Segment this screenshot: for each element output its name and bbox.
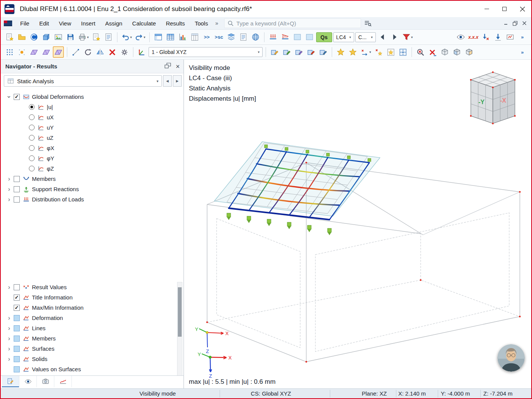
- keyword-search[interactable]: [224, 18, 361, 28]
- object-settings-button[interactable]: [119, 46, 130, 58]
- result-values-button[interactable]: x.x.x: [467, 32, 479, 43]
- renumber-object-button[interactable]: [318, 46, 329, 58]
- tree-item-title-information[interactable]: ✓Title Information: [1, 292, 176, 302]
- new-model-button[interactable]: [4, 32, 15, 43]
- show-results-button[interactable]: [455, 32, 466, 43]
- min-max-values-button[interactable]: [480, 32, 491, 43]
- close-panel-icon[interactable]: ×: [176, 63, 180, 70]
- menu-tools[interactable]: Tools: [190, 17, 213, 30]
- checkbox[interactable]: [14, 356, 20, 362]
- tree-item-solids-display[interactable]: ›Solids: [1, 354, 176, 364]
- values-on-surfaces-toggle-button[interactable]: [505, 32, 516, 43]
- model-viewport-canvas[interactable]: X Y Z X Y Z: [184, 60, 531, 388]
- tree-item-phi-y[interactable]: φY: [1, 153, 176, 163]
- adapt-object-button[interactable]: [306, 46, 317, 58]
- next-result-button[interactable]: ►: [173, 75, 182, 87]
- menu-file[interactable]: File: [15, 17, 34, 30]
- snap-delta-button[interactable]: [373, 46, 384, 58]
- menu-results[interactable]: Results: [161, 17, 190, 30]
- tree-item-u-abs[interactable]: |u|: [1, 102, 176, 112]
- open-model-button[interactable]: [16, 32, 27, 43]
- tree-item-members-display[interactable]: ›Members: [1, 333, 176, 344]
- edit-object-button[interactable]: [269, 46, 280, 58]
- work-plane-yz-button[interactable]: [41, 46, 52, 58]
- expander-icon[interactable]: ›: [5, 186, 14, 193]
- table-view-button[interactable]: [165, 32, 176, 43]
- view-plane-button[interactable]: [451, 46, 462, 58]
- user-avatar[interactable]: [497, 344, 525, 372]
- redo-button[interactable]: ▾: [134, 32, 146, 43]
- sc-export-button[interactable]: >sc: [214, 32, 225, 43]
- zoom-off-button[interactable]: [415, 46, 426, 58]
- radio-button[interactable]: [29, 104, 35, 110]
- tab-results-navigator[interactable]: [2, 376, 19, 387]
- menu-insert[interactable]: Insert: [76, 17, 100, 30]
- load-case-button[interactable]: LC4▾: [333, 32, 354, 42]
- rotate-view-button[interactable]: [82, 46, 93, 58]
- checkbox[interactable]: ✓: [14, 305, 20, 311]
- tree-item-members[interactable]: ›Members: [1, 174, 176, 184]
- snap-points-button[interactable]: [335, 46, 346, 58]
- radio-button[interactable]: [29, 114, 35, 120]
- checkbox[interactable]: ✓: [14, 94, 20, 100]
- new-object-button[interactable]: [91, 32, 102, 43]
- data-tables-button[interactable]: [189, 32, 200, 43]
- status-mode[interactable]: Visibility mode: [139, 390, 176, 397]
- checkbox[interactable]: [14, 284, 20, 290]
- tree-item-u-x[interactable]: uX: [1, 112, 176, 122]
- checkbox[interactable]: [14, 186, 20, 192]
- quick-solve-button[interactable]: Qs: [316, 32, 332, 42]
- rotate-object-button[interactable]: [293, 46, 304, 58]
- minimize-button[interactable]: [478, 1, 496, 17]
- delete-object-button[interactable]: [107, 46, 118, 58]
- grid-settings-button[interactable]: [16, 46, 27, 58]
- expander-icon[interactable]: ›: [5, 335, 14, 342]
- expander-icon[interactable]: ›: [5, 356, 14, 363]
- expander-icon[interactable]: ›: [5, 325, 14, 332]
- result-diagrams-button[interactable]: [177, 32, 188, 43]
- search-input[interactable]: [236, 20, 358, 27]
- guideline-delta-button[interactable]: ▾: [359, 46, 372, 58]
- mirror-object-button[interactable]: [95, 46, 106, 58]
- work-plane-xz-button[interactable]: [53, 46, 64, 58]
- object-snap-button[interactable]: [385, 46, 396, 58]
- mdi-close-icon[interactable]: [522, 21, 527, 25]
- radio-button[interactable]: [29, 155, 35, 161]
- radio-button[interactable]: [29, 125, 35, 130]
- search-options-icon[interactable]: [364, 20, 372, 27]
- print-button[interactable]: ▾: [77, 32, 90, 43]
- tree-item-support-reactions[interactable]: ›Support Reactions: [1, 184, 176, 194]
- expander-icon[interactable]: ›: [5, 284, 14, 291]
- filter-results-button[interactable]: ▾: [401, 32, 414, 43]
- tree-item-values-on-surfaces[interactable]: Values on Surfaces: [1, 364, 176, 374]
- radio-button[interactable]: [29, 145, 35, 151]
- close-button[interactable]: [513, 1, 531, 17]
- coordinate-system-select-button[interactable]: 1 - Global XYZ▾: [149, 47, 263, 57]
- tree-item-maxmin-information[interactable]: ✓Max/Min Information: [1, 302, 176, 313]
- load-distribution-button[interactable]: [280, 32, 291, 43]
- checkbox[interactable]: [14, 196, 20, 203]
- next-load-case-button[interactable]: [389, 32, 400, 43]
- expander-icon[interactable]: ›: [5, 345, 14, 352]
- printout-report-button[interactable]: [238, 32, 249, 43]
- move-copy-button[interactable]: [281, 46, 292, 58]
- tree-item-result-values[interactable]: ›Result Values: [1, 282, 176, 292]
- load-color-2-button[interactable]: [304, 32, 315, 43]
- expander-icon[interactable]: ›: [5, 176, 14, 182]
- dock-panel-icon[interactable]: [165, 63, 171, 70]
- undo-button[interactable]: ▾: [120, 32, 133, 43]
- maximize-button[interactable]: [496, 1, 513, 17]
- tree-item-u-y[interactable]: uY: [1, 122, 176, 133]
- extreme-values-button[interactable]: [492, 32, 504, 43]
- panel-layout-button[interactable]: [153, 32, 164, 43]
- clear-selection-button[interactable]: [427, 46, 438, 58]
- mdi-restore-icon[interactable]: [513, 21, 518, 26]
- tree-item-phi-x[interactable]: φX: [1, 143, 176, 153]
- view-section-button[interactable]: [464, 46, 475, 58]
- tree-item-deformation-display[interactable]: ›Deformation: [1, 313, 176, 323]
- checkbox[interactable]: [14, 336, 20, 342]
- navigator-scrollbar[interactable]: [177, 282, 182, 376]
- tab-charts-navigator[interactable]: [54, 376, 72, 387]
- coordinate-system-button[interactable]: [136, 46, 147, 58]
- checkbox[interactable]: [14, 176, 20, 182]
